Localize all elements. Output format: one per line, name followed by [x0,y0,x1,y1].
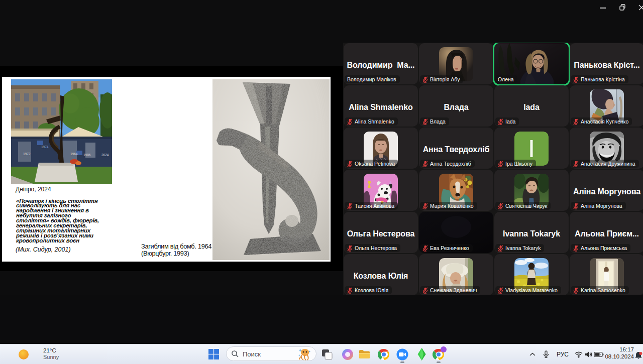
svg-text:1974: 1974 [41,145,49,149]
svg-text:2024: 2024 [101,153,109,157]
svg-text:1972: 1972 [23,152,31,156]
svg-text:1964: 1964 [70,152,78,156]
svg-text:1986: 1986 [83,153,91,157]
